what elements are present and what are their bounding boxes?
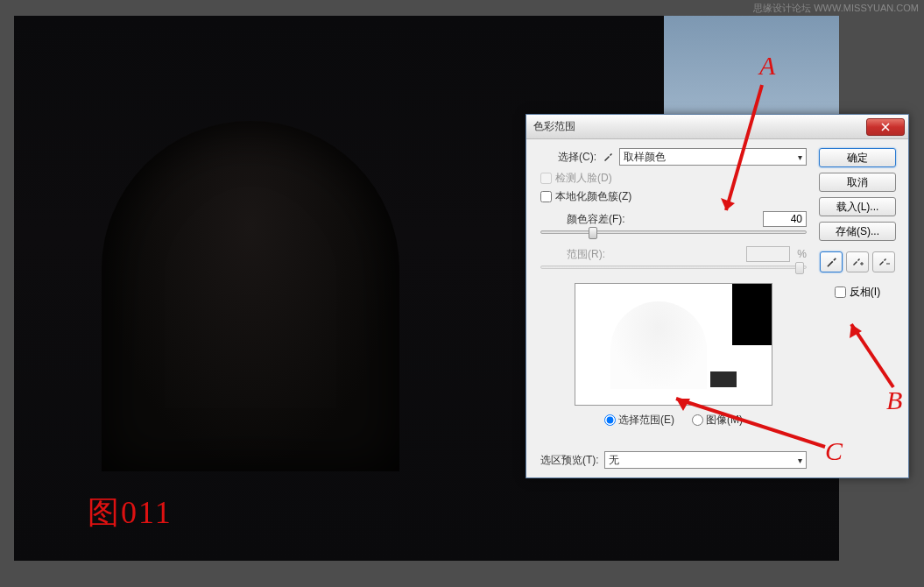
close-button[interactable]: [866, 118, 905, 136]
range-label: 范围(R):: [567, 247, 605, 262]
eyedropper-add[interactable]: [846, 251, 869, 272]
select-dropdown[interactable]: 取样颜色: [619, 148, 807, 166]
radio-selection-label: 选择范围(E): [618, 413, 674, 428]
detect-faces-label: 检测人脸(D): [555, 171, 612, 186]
figure-label: 图011: [88, 492, 173, 534]
ok-button[interactable]: 确定: [819, 148, 896, 167]
invert-checkbox[interactable]: [835, 286, 846, 298]
arch-region: [102, 121, 399, 471]
eyedropper-tools: [820, 251, 895, 272]
eyedropper-subtract[interactable]: [872, 251, 895, 272]
dialog-title: 色彩范围: [533, 119, 575, 134]
dialog-titlebar[interactable]: 色彩范围: [526, 115, 908, 139]
close-icon: [880, 123, 891, 131]
select-value: 取样颜色: [624, 150, 666, 165]
annotation-b: B: [886, 385, 902, 415]
color-range-dialog: 色彩范围 选择(C): 取样颜色 检测人脸(D) 本地化颜色簇: [525, 114, 909, 478]
annotation-c: C: [825, 436, 843, 466]
range-input: [746, 246, 790, 262]
radio-image-label: 图像(M): [706, 413, 743, 428]
invert-label: 反相(I): [850, 285, 880, 300]
fuzziness-label: 颜色容差(F):: [567, 212, 625, 227]
range-slider: [540, 265, 807, 269]
select-label: 选择(C):: [558, 150, 596, 165]
selection-preview[interactable]: [575, 283, 772, 406]
range-thumb: [795, 262, 804, 274]
fuzziness-input[interactable]: [763, 211, 807, 227]
eyedropper-plus-icon: [851, 256, 864, 268]
load-button[interactable]: 载入(L)...: [819, 197, 896, 216]
watermark-text: 思缘设计论坛 WWW.MISSYUAN.COM: [753, 2, 919, 15]
radio-image-input[interactable]: [692, 414, 703, 426]
save-button[interactable]: 存储(S)...: [819, 222, 896, 241]
radio-selection-input[interactable]: [604, 414, 616, 426]
annotation-a: A: [759, 51, 775, 81]
fuzziness-slider[interactable]: [540, 230, 807, 234]
preview-mode-dropdown[interactable]: 无: [604, 451, 807, 469]
fuzziness-thumb[interactable]: [589, 227, 597, 239]
cancel-button[interactable]: 取消: [819, 173, 896, 192]
radio-selection[interactable]: 选择范围(E): [604, 413, 674, 428]
eyedropper-minus-icon: [878, 256, 890, 268]
eyedropper-sample[interactable]: [820, 251, 843, 272]
range-unit: %: [797, 248, 807, 260]
radio-image[interactable]: 图像(M): [692, 413, 743, 428]
eyedropper-icon: [602, 151, 614, 163]
detect-faces-checkbox: [540, 173, 552, 184]
eyedropper-icon: [825, 256, 837, 268]
localized-label: 本地化颜色簇(Z): [555, 189, 631, 204]
preview-mode-value: 无: [609, 453, 619, 468]
localized-checkbox[interactable]: [540, 191, 552, 202]
preview-mode-label: 选区预览(T):: [540, 453, 599, 468]
